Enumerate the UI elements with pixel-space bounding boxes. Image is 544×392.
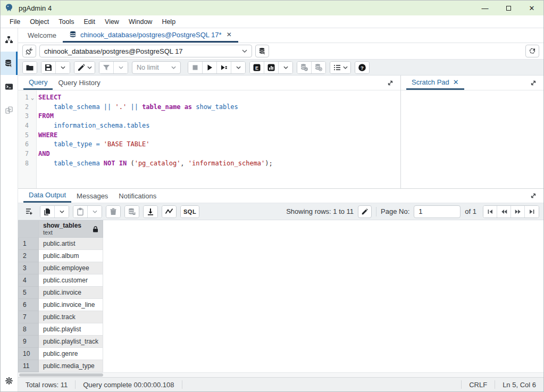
rollback-button[interactable]	[312, 62, 325, 73]
graph-visualiser-button[interactable]	[162, 206, 176, 218]
expand-scratch-pad-button[interactable]	[528, 76, 539, 90]
row-value-cell[interactable]: public.media_type	[39, 360, 103, 372]
sql-editor-line[interactable]: 2 table_schema || '.' || table_name as s…	[18, 103, 400, 112]
row-value-cell[interactable]: public.employee	[39, 262, 103, 274]
paste-options-dropdown[interactable]	[88, 206, 102, 218]
open-file-button[interactable]	[23, 62, 37, 73]
row-value-cell[interactable]: public.customer	[39, 274, 103, 287]
tab-query-history[interactable]: Query History	[53, 76, 105, 90]
add-row-button[interactable]	[22, 205, 36, 217]
last-page-button[interactable]	[525, 206, 539, 218]
edit-button[interactable]	[74, 62, 95, 73]
tab-close-icon[interactable]: ✕	[227, 31, 232, 38]
sql-editor-line[interactable]: 3FROM	[18, 112, 400, 121]
row-number-cell[interactable]: 3	[19, 262, 39, 274]
row-value-cell[interactable]: public.invoice_line	[39, 299, 103, 311]
explain-dropdown[interactable]	[279, 62, 292, 73]
commit-button[interactable]	[297, 62, 312, 73]
edit-range-button[interactable]	[358, 205, 372, 218]
menu-tools[interactable]: Tools	[54, 18, 79, 26]
tab-messages[interactable]: Messages	[71, 189, 113, 203]
scratch-pad-textarea[interactable]	[401, 90, 543, 188]
sidebar-item-psql-tool[interactable]	[1, 75, 18, 98]
show-sql-button[interactable]: SQL	[181, 206, 199, 218]
explain-button[interactable]: E	[250, 62, 264, 73]
settings-button[interactable]	[1, 370, 18, 391]
row-value-cell[interactable]: public.playlist_track	[39, 336, 103, 348]
sql-editor[interactable]: 1⌄SELECT2 table_schema || '.' || table_n…	[18, 90, 400, 188]
menu-edit[interactable]: Edit	[79, 18, 100, 26]
row-number-cell[interactable]: 2	[19, 250, 39, 262]
row-number-cell[interactable]: 7	[19, 311, 39, 323]
tab-scratch-pad[interactable]: Scratch Pad ✕	[406, 76, 464, 90]
row-number-cell[interactable]: 10	[19, 348, 39, 360]
row-number-cell[interactable]: 4	[19, 274, 39, 287]
filter-options-dropdown[interactable]	[114, 62, 128, 73]
sql-editor-line[interactable]: 8 table_schema NOT IN ('pg_catalog', 'in…	[18, 159, 400, 169]
sidebar-item-schema-diff[interactable]	[1, 98, 18, 122]
eol-indicator[interactable]: CRLF	[461, 380, 495, 389]
grid-column-header[interactable]: show_tables text	[39, 221, 103, 238]
row-value-cell[interactable]: public.artist	[39, 238, 103, 250]
row-value-cell[interactable]: public.album	[39, 250, 103, 262]
menu-file[interactable]: File	[5, 18, 25, 26]
explain-analyze-button[interactable]	[264, 62, 279, 73]
save-file-button[interactable]	[41, 62, 56, 73]
connection-status-button[interactable]	[22, 45, 36, 57]
minimize-button[interactable]: —	[473, 1, 497, 15]
scratch-pad-close-icon[interactable]: ✕	[453, 78, 459, 86]
menu-object[interactable]: Object	[25, 18, 54, 26]
execute-options-button[interactable]	[217, 62, 231, 73]
tab-query-tool[interactable]: chinook_database/postgres@PostgreSQL 17*…	[63, 28, 238, 43]
fold-arrow-icon[interactable]: ⌄	[29, 93, 36, 103]
next-page-button[interactable]	[511, 206, 525, 218]
stop-button[interactable]	[188, 62, 203, 73]
tab-notifications[interactable]: Notifications	[113, 189, 162, 203]
paste-button[interactable]	[73, 206, 88, 218]
sql-editor-line[interactable]: 4 information_schema.tables	[18, 121, 400, 131]
sql-editor-line[interactable]: 1⌄SELECT	[18, 93, 400, 103]
previous-page-button[interactable]	[497, 206, 511, 218]
row-value-cell[interactable]: public.invoice	[39, 287, 103, 299]
grid-corner-cell[interactable]	[19, 221, 39, 238]
row-number-cell[interactable]: 5	[19, 287, 39, 299]
row-value-cell[interactable]: public.playlist	[39, 323, 103, 336]
sql-editor-line[interactable]: 7AND	[18, 149, 400, 159]
execute-dropdown[interactable]	[231, 62, 245, 73]
copy-options-dropdown[interactable]	[55, 206, 69, 218]
menu-help[interactable]: Help	[157, 18, 180, 26]
reset-layout-button[interactable]	[525, 45, 539, 57]
expand-results-button[interactable]	[528, 189, 539, 203]
row-value-cell[interactable]: public.track	[39, 311, 103, 323]
new-connection-button[interactable]	[255, 45, 269, 57]
save-data-changes-button[interactable]	[125, 206, 139, 218]
close-window-button[interactable]: ✕	[520, 1, 543, 15]
delete-row-button[interactable]	[106, 206, 120, 218]
connection-select[interactable]: chinook_database/postgres@PostgreSQL 17	[39, 45, 252, 57]
row-number-cell[interactable]: 1	[19, 238, 39, 250]
page-number-input[interactable]	[414, 205, 461, 218]
help-button[interactable]: ?	[355, 62, 369, 73]
row-number-cell[interactable]: 8	[19, 323, 39, 336]
row-number-cell[interactable]: 11	[19, 360, 39, 372]
row-number-cell[interactable]: 6	[19, 299, 39, 311]
scrollbar-thumb[interactable]	[19, 373, 103, 377]
menu-window[interactable]: Window	[124, 18, 157, 26]
menu-view[interactable]: View	[100, 18, 124, 26]
filter-button[interactable]	[99, 62, 114, 73]
maximize-button[interactable]	[497, 1, 520, 15]
tab-data-output[interactable]: Data Output	[23, 189, 71, 203]
first-page-button[interactable]	[483, 206, 497, 218]
save-options-dropdown[interactable]	[56, 62, 70, 73]
row-number-cell[interactable]: 9	[19, 336, 39, 348]
row-limit-select[interactable]: No limit	[132, 61, 181, 74]
grid-horizontal-scrollbar[interactable]	[18, 372, 543, 377]
download-results-button[interactable]	[144, 206, 157, 218]
row-value-cell[interactable]: public.genre	[39, 348, 103, 360]
sql-editor-line[interactable]: 6 table_type = 'BASE TABLE'	[18, 140, 400, 149]
sidebar-item-object-explorer[interactable]	[1, 28, 18, 52]
tab-welcome[interactable]: Welcome	[21, 28, 63, 43]
sidebar-item-query-tool[interactable]	[1, 52, 18, 75]
execute-button[interactable]	[203, 62, 217, 73]
sql-editor-line[interactable]: 5WHERE	[18, 131, 400, 140]
